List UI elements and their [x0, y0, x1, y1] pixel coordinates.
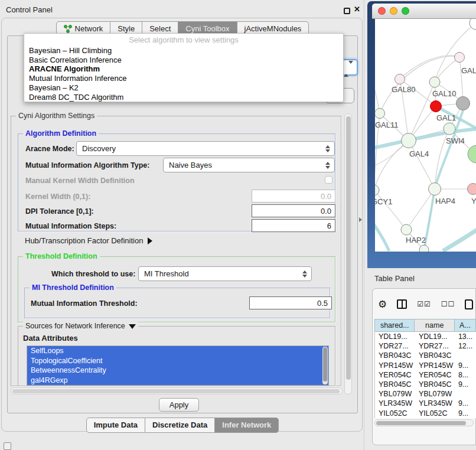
table-cell: 8... — [455, 370, 476, 380]
graph-node[interactable] — [429, 183, 441, 195]
panel-title: Control Panel — [6, 5, 53, 14]
algorithm-option[interactable]: Bayesian – K2 — [24, 83, 343, 93]
tab-label: Infer Network — [222, 420, 271, 429]
mac-close-icon[interactable] — [378, 7, 386, 15]
apply-button[interactable]: Apply — [159, 398, 199, 412]
scrollbar-thumb[interactable] — [346, 116, 351, 380]
mac-zoom-icon[interactable] — [402, 7, 409, 15]
graph-node[interactable] — [431, 101, 442, 112]
graph-node[interactable] — [419, 245, 429, 252]
panel-divider — [364, 0, 364, 450]
hub-definition-expander[interactable]: Hub/Transcription Factor Definition — [25, 236, 152, 245]
table-rows: YDL19...YDL19...13...YDR27...YDR27...12.… — [374, 332, 476, 418]
table-row[interactable]: YDR27...YDR27...12... — [375, 341, 476, 351]
close-icon[interactable]: ✕ — [354, 5, 360, 14]
attribute-item[interactable]: gal4RGexp — [27, 376, 328, 386]
tab-label: Select — [149, 24, 171, 33]
tab-impute-data[interactable]: Impute Data — [86, 418, 145, 433]
mi-steps-field[interactable]: 6 — [252, 219, 335, 232]
data-attributes-list[interactable]: SelfLoopsTopologicalCoefficientBetweenne… — [27, 345, 329, 386]
graph-node[interactable] — [401, 224, 412, 235]
table-row[interactable]: YBR043CYBR043C — [375, 351, 476, 360]
algorithm-option[interactable]: ARACNE Algorithm — [24, 64, 343, 74]
algorithm-option[interactable]: Dream8 DC_TDC Algorithm — [24, 93, 343, 102]
gear-icon[interactable]: ⚙ — [378, 298, 387, 311]
table-row[interactable]: YPR145WYPR145W9... — [375, 361, 476, 370]
columns-icon[interactable] — [397, 299, 407, 309]
sources-title[interactable]: Sources for Network Inference — [23, 322, 138, 330]
table-toolbar: ⚙ ☑☑ ☐☐ — [378, 295, 476, 313]
spinner-down-icon — [348, 61, 353, 74]
combo-value: Naive Bayes — [169, 161, 212, 169]
list-scrollbar[interactable] — [322, 347, 328, 384]
graph-node[interactable] — [375, 109, 385, 119]
attribute-item[interactable]: TopologicalCoefficient — [27, 356, 328, 366]
table-row[interactable]: YIL052CYIL052C9... — [375, 409, 476, 418]
column-header[interactable]: shared... — [374, 319, 415, 332]
table-row[interactable]: YBL079WYBL079W — [375, 389, 476, 399]
group-title: Threshold Definition — [23, 252, 100, 260]
graph-node[interactable] — [429, 77, 440, 87]
tab-infer-network[interactable]: Infer Network — [215, 418, 279, 433]
kernel-width-field[interactable]: 0.0 — [252, 190, 335, 203]
aracne-mode-select[interactable]: Discovery — [76, 141, 335, 156]
network-view-canvas[interactable]: GALGAL80GAL10GAL1GAL11SWI4GAL4GCY1HAP4YH… — [375, 19, 476, 252]
tab-label: Impute Data — [94, 420, 138, 429]
algorithm-options: Bayesian – Hill ClimbingBasic Correlatio… — [24, 46, 343, 102]
dpi-tolerance-field[interactable]: 0.0 — [252, 204, 335, 217]
tab-discretize-data[interactable]: Discretize Data — [145, 418, 215, 433]
mi-threshold-field[interactable]: 0.5 — [249, 296, 332, 309]
table-cell: YER054C — [415, 370, 455, 380]
graph-node[interactable] — [402, 133, 416, 148]
algorithm-option[interactable]: Bayesian – Hill Climbing — [24, 46, 343, 56]
scrollbar-thumb[interactable] — [12, 389, 340, 393]
table-row[interactable]: YER054CYER054C8... — [375, 370, 476, 380]
algorithm-option[interactable]: Mutual Information Inference — [24, 74, 343, 83]
attribute-item[interactable]: BetweennessCentrality — [27, 366, 328, 376]
network-window-titlebar[interactable] — [372, 4, 476, 19]
table-horizontal-scrollbar[interactable] — [374, 419, 474, 426]
float-window-icon[interactable] — [344, 8, 350, 14]
table-row[interactable]: YBR045CYBR045C9... — [375, 380, 476, 389]
settings-horizontal-scrollbar[interactable] — [11, 387, 343, 394]
deselect-all-checkboxes-icon[interactable]: ☐☐ — [441, 300, 455, 308]
split-pane-arrow-icon[interactable] — [359, 217, 362, 222]
table-cell: YBR043C — [415, 351, 455, 360]
column-header[interactable]: A... — [455, 319, 476, 332]
table-cell: YPR145W — [375, 361, 415, 370]
graph-node[interactable] — [468, 184, 476, 195]
graph-node[interactable] — [395, 74, 405, 84]
sources-title-label: Sources for Network Inference — [25, 322, 125, 330]
field-value: 6 — [327, 221, 331, 230]
table-row[interactable]: YDL19...YDL19...13... — [375, 332, 476, 341]
spinner-down-icon — [325, 149, 330, 152]
column-header[interactable]: name — [415, 319, 454, 332]
graph-node[interactable] — [455, 53, 465, 63]
graph-edge-highlighted — [375, 223, 389, 251]
spinner-up-icon — [325, 145, 330, 148]
node-label: HAP4 — [435, 197, 455, 206]
manual-kernel-checkbox[interactable] — [325, 176, 332, 184]
graph-node[interactable] — [375, 185, 379, 195]
table-cell: YBL079W — [415, 389, 455, 399]
mac-minimize-icon[interactable] — [390, 7, 397, 15]
algorithm-option[interactable]: Basic Correlation Inference — [24, 56, 343, 65]
table-cell: YBR045C — [375, 380, 415, 389]
table-row[interactable]: YLR345WYLR345W9... — [375, 399, 476, 408]
settings-vertical-scrollbar[interactable] — [344, 113, 352, 394]
mi-type-select[interactable]: Naive Bayes — [163, 158, 335, 172]
attribute-item[interactable]: SelfLoops — [27, 346, 328, 356]
node-label: GAL80 — [392, 85, 415, 94]
mi-steps-label: Mutual Information Steps: — [25, 222, 116, 230]
table-cell: 9... — [455, 380, 476, 389]
corner-widget-icon[interactable] — [4, 442, 11, 450]
scrollbar-thumb[interactable] — [376, 421, 466, 425]
mi-type-label: Mutual Information Algorithm Type: — [25, 161, 149, 169]
scrollbar-thumb[interactable] — [323, 347, 327, 381]
which-threshold-select[interactable]: MI Threshold — [138, 266, 312, 281]
export-table-icon[interactable] — [465, 299, 473, 309]
graph-node[interactable] — [457, 97, 470, 110]
select-all-checkboxes-icon[interactable]: ☑☑ — [417, 300, 431, 308]
node-label: GAL4 — [409, 149, 429, 158]
graph-node[interactable] — [444, 123, 455, 135]
